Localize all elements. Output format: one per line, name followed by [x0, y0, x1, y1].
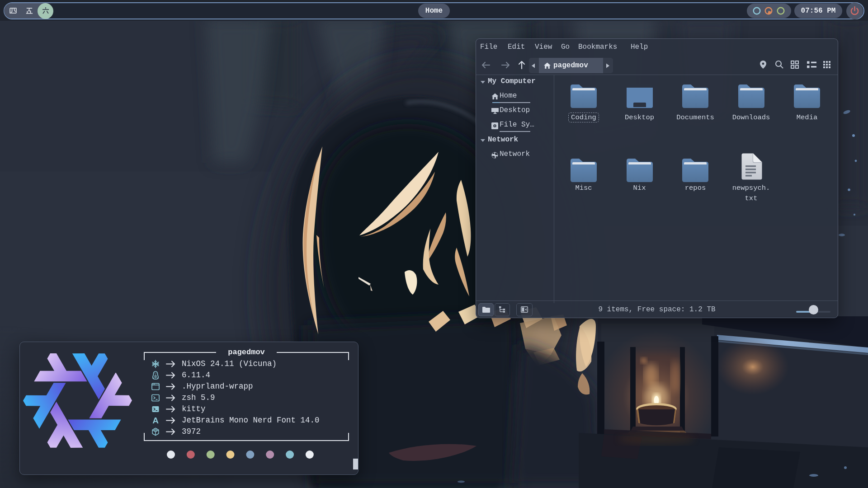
svg-text:A: A: [152, 416, 159, 425]
